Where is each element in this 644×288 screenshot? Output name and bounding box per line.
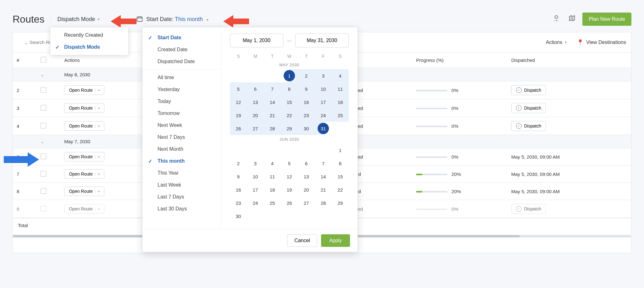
activity-icon[interactable]: [551, 13, 562, 25]
date-range-preset[interactable]: Yesterday: [142, 84, 221, 95]
calendar-day[interactable]: 23: [298, 109, 315, 122]
date-range-preset[interactable]: This month: [142, 155, 221, 167]
calendar-day[interactable]: 3: [247, 157, 264, 170]
calendar-day[interactable]: 27: [298, 196, 315, 209]
calendar-day[interactable]: 10: [315, 82, 332, 95]
row-checkbox[interactable]: [41, 206, 46, 211]
calendar-day[interactable]: 30: [298, 122, 315, 135]
actions-dropdown[interactable]: Actions ▼: [546, 40, 567, 45]
calendar-day[interactable]: 22: [332, 183, 349, 196]
calendar-day[interactable]: 5: [281, 157, 298, 170]
calendar-day[interactable]: 27: [247, 122, 264, 135]
calendar-day[interactable]: 12: [281, 170, 298, 183]
calendar-day[interactable]: 2: [298, 69, 315, 82]
calendar-day[interactable]: 8: [281, 82, 298, 95]
calendar-day[interactable]: 19: [281, 183, 298, 196]
calendar-day[interactable]: 18: [264, 183, 281, 196]
calendar-day[interactable]: 25: [264, 196, 281, 209]
calendar-day[interactable]: 9: [230, 170, 247, 183]
calendar-day[interactable]: 10: [247, 170, 264, 183]
date-range-preset[interactable]: All time: [142, 72, 221, 84]
calendar-day[interactable]: 23: [230, 196, 247, 209]
dispatch-button[interactable]: Dispatch: [511, 85, 546, 95]
calendar-day[interactable]: 7: [315, 157, 332, 170]
calendar-day[interactable]: 28: [264, 122, 281, 135]
row-checkbox[interactable]: [41, 87, 46, 93]
calendar-day[interactable]: 20: [298, 183, 315, 196]
calendar-day[interactable]: 21: [264, 109, 281, 122]
date-range-preset[interactable]: Last 30 Days: [142, 203, 221, 215]
calendar-day[interactable]: 1: [281, 69, 298, 82]
calendar-day[interactable]: 16: [298, 95, 315, 109]
calendar-day[interactable]: 26: [230, 122, 247, 135]
calendar-day[interactable]: 4: [264, 157, 281, 170]
calendar-day[interactable]: 9: [298, 82, 315, 95]
calendar-day[interactable]: 15: [281, 95, 298, 109]
calendar-day[interactable]: 4: [332, 69, 349, 82]
calendar-day[interactable]: 29: [332, 196, 349, 209]
calendar-day[interactable]: 16: [230, 183, 247, 196]
calendar-day[interactable]: 2: [230, 157, 247, 170]
date-range-preset[interactable]: Tomorrow: [142, 107, 221, 119]
calendar-day[interactable]: 6: [247, 82, 264, 95]
calendar-day[interactable]: 8: [332, 157, 349, 170]
calendar-day[interactable]: 31: [315, 122, 332, 135]
calendar-day[interactable]: 6: [298, 157, 315, 170]
date-range-preset[interactable]: Today: [142, 95, 221, 107]
calendar-day[interactable]: 14: [264, 95, 281, 109]
calendar-day[interactable]: 24: [315, 109, 332, 122]
open-route-button[interactable]: Open Route: [64, 204, 104, 214]
date-range-preset[interactable]: Next Week: [142, 119, 221, 131]
date-range-preset[interactable]: Last Week: [142, 179, 221, 191]
calendar-day[interactable]: 30: [230, 209, 247, 223]
date-range-preset[interactable]: Last 7 Days: [142, 191, 221, 203]
calendar-day[interactable]: 17: [315, 95, 332, 109]
mode-dropdown-trigger[interactable]: Dispatch Mode ▼: [57, 16, 100, 23]
open-route-button[interactable]: Open Route: [64, 121, 104, 131]
calendar-day[interactable]: 15: [332, 170, 349, 183]
date-type-preset[interactable]: Dispatched Date: [142, 56, 221, 68]
dispatch-button[interactable]: Dispatch: [511, 103, 546, 113]
start-date-trigger[interactable]: Start Date: This month ▼: [146, 16, 209, 23]
calendar-day[interactable]: 14: [315, 170, 332, 183]
open-route-button[interactable]: Open Route: [64, 85, 104, 95]
calendar-day[interactable]: 26: [281, 196, 298, 209]
calendar-day[interactable]: 25: [332, 109, 349, 122]
mode-option[interactable]: Dispatch Mode: [50, 41, 128, 53]
apply-button[interactable]: Apply: [321, 234, 350, 247]
calendar-day[interactable]: 28: [315, 196, 332, 209]
calendar-day[interactable]: 1: [332, 144, 349, 157]
map-icon[interactable]: [567, 13, 577, 25]
dispatch-button[interactable]: Dispatch: [511, 121, 546, 131]
date-type-preset[interactable]: Start Date: [142, 32, 221, 44]
dispatch-button[interactable]: Dispatch: [511, 204, 546, 214]
row-checkbox[interactable]: [41, 123, 46, 128]
date-from-input[interactable]: [230, 34, 283, 47]
calendar-day[interactable]: 13: [298, 170, 315, 183]
date-range-preset[interactable]: This Year: [142, 167, 221, 179]
calendar-day[interactable]: 29: [281, 122, 298, 135]
select-all-checkbox[interactable]: [41, 57, 46, 62]
calendar-day[interactable]: 22: [281, 109, 298, 122]
view-destinations-link[interactable]: View Destinations: [577, 39, 626, 46]
calendar-day[interactable]: 18: [332, 95, 349, 109]
plan-new-route-button[interactable]: Plan New Route: [582, 13, 631, 26]
calendar-day[interactable]: 17: [247, 183, 264, 196]
calendar-day[interactable]: 3: [315, 69, 332, 82]
row-checkbox[interactable]: [41, 154, 46, 159]
calendar-day[interactable]: 12: [230, 95, 247, 109]
calendar-day[interactable]: 19: [230, 109, 247, 122]
date-type-preset[interactable]: Created Date: [142, 44, 221, 56]
row-checkbox[interactable]: [41, 188, 46, 194]
expand-group-button[interactable]: ⌄: [41, 72, 44, 77]
mode-option[interactable]: Recently Created: [50, 29, 128, 41]
date-to-input[interactable]: [295, 34, 349, 47]
calendar-day[interactable]: 24: [247, 196, 264, 209]
cancel-button[interactable]: Cancel: [287, 234, 317, 247]
open-route-button[interactable]: Open Route: [64, 187, 104, 196]
calendar-day[interactable]: 11: [332, 82, 349, 95]
row-checkbox[interactable]: [41, 171, 46, 177]
expand-group-button[interactable]: ⌄: [41, 139, 44, 144]
open-route-button[interactable]: Open Route: [64, 169, 104, 179]
open-route-button[interactable]: Open Route: [64, 152, 104, 161]
